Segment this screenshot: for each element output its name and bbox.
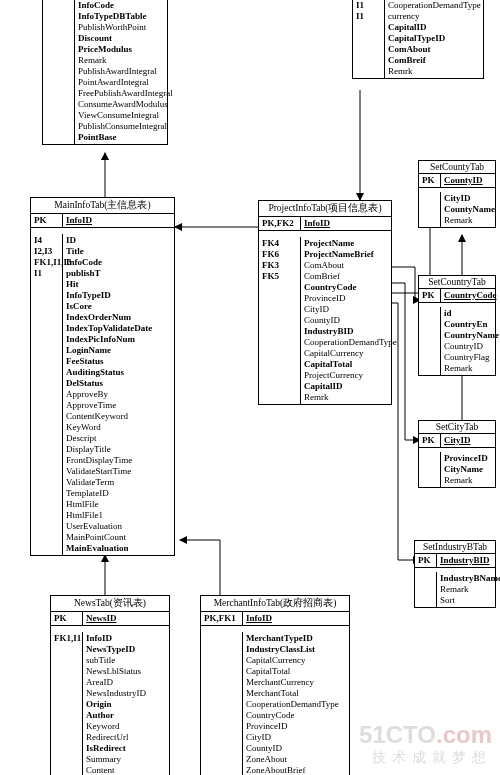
table-maininfo: MainInfoTab(主信息表) PK InfoID I4I2,I3FK1,I… xyxy=(30,197,175,556)
table-setcounty: SetCountyTab PK CountyID CityIDCountyNam… xyxy=(418,160,496,228)
table-news: NewsTab(资讯表) PK NewsID FK1,I1 InfoIDNews… xyxy=(50,595,170,775)
table-setcity: SetCityTab PK CityID ProvinceIDCityNameR… xyxy=(418,420,496,488)
table-projectinfo: ProjectInfoTab(项目信息表) PK,FK2 InfoID FK4F… xyxy=(258,200,392,405)
table-capital: I1I1 CooperationDemandTypecurrencyCapita… xyxy=(352,0,484,79)
table-title: MainInfoTab(主信息表) xyxy=(31,198,174,214)
table-setcountry: SetCountryTab PK CountryCode idCountryEn… xyxy=(418,275,496,376)
table-title: ProjectInfoTab(项目信息表) xyxy=(259,201,391,217)
table-setindustryb: SetIndustryBTab PK IndustryBID IndustryB… xyxy=(414,540,496,608)
table-infotype: InfoCodeInfoTypeDBTablePublishWorthPoint… xyxy=(42,0,168,145)
table-merchant: MerchantInfoTab(政府招商表) PK,FK1 InfoID Mer… xyxy=(200,595,350,775)
